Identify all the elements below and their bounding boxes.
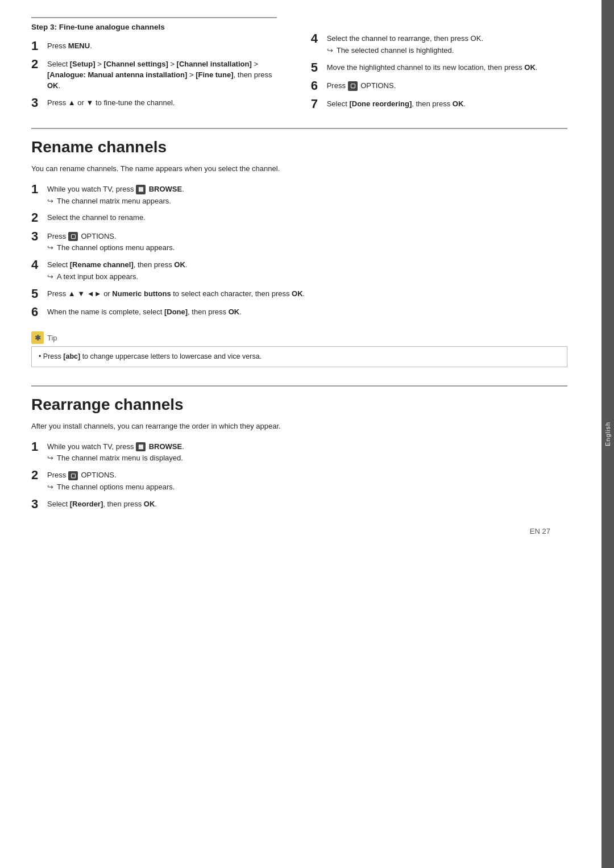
rearrange-title: Rearrange channels [31, 396, 567, 414]
options-icon-inline: ▢ [68, 232, 78, 242]
left-column: Step 3: Fine-tune analogue channels 1 Pr… [31, 17, 300, 115]
step-number: 2 [31, 57, 47, 71]
fine-tune-header: Step 3: Fine-tune analogue channels [31, 17, 277, 31]
right-steps: 4 Select the channel to rearrange, then … [311, 32, 567, 111]
tip-icon: ✱ [31, 331, 44, 344]
tip-header: ✱ Tip [31, 331, 567, 344]
arrow-char: ↪ [47, 196, 53, 207]
step-content: Move the highlighted channel to its new … [327, 61, 538, 73]
rename-divider [31, 128, 567, 129]
arrow-text: The selected channel is highlighted. [337, 45, 454, 56]
step-content: Press ▢ OPTIONS. ↪ The channel options m… [47, 468, 175, 493]
rename-intro: You can rename channels. The name appear… [31, 163, 567, 175]
arrow-text: The channel options menu appears. [57, 482, 175, 493]
main-content: Step 3: Fine-tune analogue channels 1 Pr… [0, 0, 601, 868]
top-section: Step 3: Fine-tune analogue channels 1 Pr… [31, 17, 567, 115]
step-item: 7 Select [Done reordering], then press O… [311, 97, 567, 111]
step-content: Press MENU. [47, 39, 92, 52]
step-number: 5 [311, 61, 327, 74]
step-content: Select the channel to rearrange, then pr… [327, 32, 483, 56]
side-tab-label: English [604, 422, 611, 446]
step-item: 3 Press ▢ OPTIONS. ↪ The channel options… [31, 230, 567, 254]
step-number: 1 [31, 39, 47, 53]
step-number: 1 [31, 440, 47, 454]
step-content: Select [Rename channel], then press OK. … [47, 258, 187, 283]
rearrange-divider [31, 385, 567, 387]
options-icon-inline: ▢ [68, 471, 78, 481]
step-number: 6 [311, 79, 327, 93]
step-item: 6 Press ▢ OPTIONS. [311, 79, 567, 93]
arrow-char: ↪ [47, 482, 53, 493]
tip-box: ✱ Tip • Press [abc] to change uppercase … [31, 331, 567, 367]
step-item: 2 Press ▢ OPTIONS. ↪ The channel options… [31, 468, 567, 493]
step-item: 4 Select the channel to rearrange, then … [311, 32, 567, 56]
browse-icon-inline: ▦ [136, 442, 146, 452]
step-number: 1 [31, 182, 47, 196]
arrow-text: The channel matrix menu is displayed. [57, 453, 183, 464]
arrow-text: A text input box appears. [57, 272, 138, 283]
step-content: Select [Setup] > [Channel settings] > [C… [47, 57, 277, 92]
step-item: 2 Select the channel to rename. [31, 211, 567, 225]
rename-title: Rename channels [31, 138, 567, 156]
step-item: 2 Select [Setup] > [Channel settings] > … [31, 57, 277, 92]
arrow-char: ↪ [47, 243, 53, 254]
rearrange-steps: 1 While you watch TV, press ▦ BROWSE. ↪ … [31, 440, 567, 516]
page-number: EN 27 [530, 527, 550, 535]
tip-label: Tip [47, 334, 57, 342]
step-item: 5 Move the highlighted channel to its ne… [311, 61, 567, 74]
step-item: 4 Select [Rename channel], then press OK… [31, 258, 567, 283]
page-container: English Step 3: Fine-tune analogue chann… [0, 0, 614, 868]
step-item: 1 While you watch TV, press ▦ BROWSE. ↪ … [31, 182, 567, 207]
step-content: Press ▢ OPTIONS. ↪ The channel options m… [47, 230, 175, 254]
step-content: When the name is complete, select [Done]… [47, 305, 242, 318]
arrow-char: ↪ [47, 272, 53, 283]
step-item: 5 Press ▲ ▼ ◄► or Numeric buttons to sel… [31, 287, 567, 301]
arrow-text: The channel options menu appears. [57, 243, 175, 254]
browse-icon-inline: ▦ [136, 185, 146, 194]
fine-tune-title: Step 3: Fine-tune analogue channels [31, 23, 277, 31]
step-number: 5 [31, 287, 47, 301]
step-item: 3 Select [Reorder], then press OK. [31, 497, 567, 511]
step-number: 2 [31, 211, 47, 225]
step-number: 4 [31, 258, 47, 272]
rearrange-intro: After you install channels, you can rear… [31, 421, 567, 432]
step-item: 6 When the name is complete, select [Don… [31, 305, 567, 319]
step-number: 3 [31, 96, 47, 110]
step-number: 3 [31, 230, 47, 243]
arrow-char: ↪ [47, 453, 53, 464]
step-number: 4 [311, 32, 327, 45]
rename-steps: 1 While you watch TV, press ▦ BROWSE. ↪ … [31, 182, 567, 324]
step-number: 6 [31, 305, 47, 319]
step-content: Press ▢ OPTIONS. [327, 79, 396, 92]
step-item: 1 Press MENU. [31, 39, 277, 53]
step-content: Select [Done reordering], then press OK. [327, 97, 466, 110]
step-number: 2 [31, 468, 47, 482]
side-tab: English [601, 0, 614, 868]
tip-content: • Press [abc] to change uppercase letter… [31, 346, 567, 367]
options-icon-inline: ▢ [348, 81, 358, 91]
step-content: Select the channel to rename. [47, 211, 146, 223]
step-content: Press ▲ or ▼ to fine-tune the channel. [47, 96, 175, 109]
step-content: Press ▲ ▼ ◄► or Numeric buttons to selec… [47, 287, 305, 300]
step-item: 1 While you watch TV, press ▦ BROWSE. ↪ … [31, 440, 567, 464]
step-content: While you watch TV, press ▦ BROWSE. ↪ Th… [47, 440, 184, 464]
arrow-text: The channel matrix menu appears. [57, 196, 171, 207]
step-item: 3 Press ▲ or ▼ to fine-tune the channel. [31, 96, 277, 110]
step-number: 3 [31, 497, 47, 511]
page-footer: EN 27 [31, 527, 567, 535]
step-content: While you watch TV, press ▦ BROWSE. ↪ Th… [47, 182, 184, 207]
step-number: 7 [311, 97, 327, 111]
right-column: 4 Select the channel to rearrange, then … [300, 17, 567, 115]
arrow-char: ↪ [327, 45, 333, 56]
step-content: Select [Reorder], then press OK. [47, 497, 157, 510]
fine-tune-steps: 1 Press MENU. 2 Select [Setup] > [Channe… [31, 39, 277, 110]
